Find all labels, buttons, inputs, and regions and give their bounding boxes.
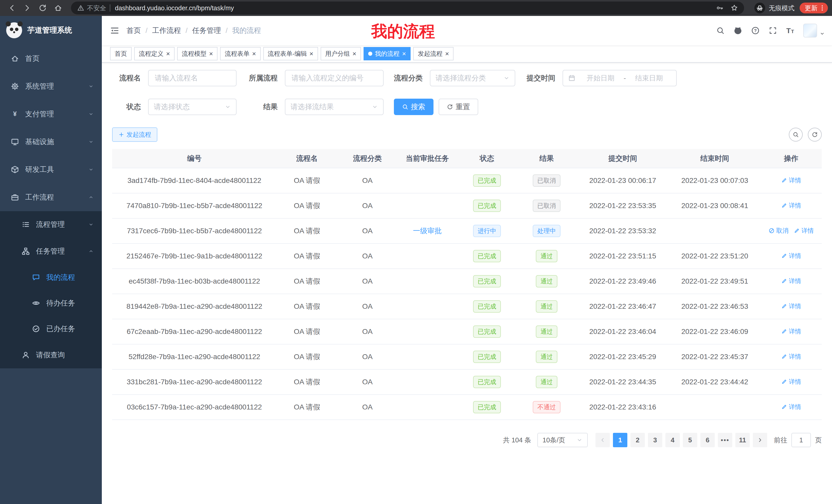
detail-button[interactable]: 详情 (781, 176, 801, 185)
page-button-5[interactable]: 5 (683, 433, 697, 447)
address-bar[interactable]: 不安全 dashboard.yudao.iocoder.cn/bpm/task/… (71, 2, 744, 15)
sidebar-item-process-manage[interactable]: 流程管理 (0, 211, 102, 238)
search-button[interactable]: 搜索 (394, 99, 434, 115)
page-button-3[interactable]: 3 (648, 433, 662, 447)
tab-0[interactable]: 首页 (110, 47, 132, 60)
github-icon[interactable] (733, 26, 743, 35)
app-logo[interactable]: 芋道管理系统 (0, 16, 102, 45)
result-select[interactable]: 请选择流结果 (285, 99, 384, 115)
header-search-icon[interactable] (716, 26, 725, 35)
detail-button[interactable]: 详情 (781, 327, 801, 335)
sidebar-item-leave-query[interactable]: 请假查询 (0, 342, 102, 368)
tab-close-icon[interactable]: × (445, 50, 449, 57)
sidebar-item-workflow[interactable]: 工作流程 (0, 184, 102, 211)
sidebar-item-system-manage[interactable]: 系统管理 (0, 73, 102, 100)
page-button-1[interactable]: 1 (613, 433, 627, 447)
sidebar-item-home[interactable]: 首页 (0, 45, 102, 73)
status-select[interactable]: 请选择状态 (148, 99, 237, 115)
action-label: 详情 (801, 227, 814, 235)
cell-process-name: OA 请假 (277, 218, 337, 244)
detail-button[interactable]: 详情 (781, 377, 801, 386)
tab-6[interactable]: 我的流程× (364, 47, 411, 60)
sidebar-item-devtools[interactable]: 研发工具 (0, 156, 102, 184)
cell-id: 7317cec6-7b9b-11ec-b5b7-acde48001122 (112, 218, 277, 244)
result-tag: 通过 (536, 376, 557, 388)
yen-icon: ¥ (11, 110, 19, 118)
tab-close-icon[interactable]: × (252, 50, 256, 57)
tab-close-icon[interactable]: × (310, 50, 313, 57)
action-label: 详情 (789, 201, 801, 209)
cell-id: ec45f38f-7b9a-11ec-b03b-acde48001122 (112, 269, 277, 294)
next-page-button[interactable] (753, 433, 767, 447)
page-button-6[interactable]: 6 (700, 433, 715, 447)
current-task-link[interactable]: 一级审批 (413, 227, 442, 235)
edit-icon (781, 177, 787, 184)
column-header: 流程名 (277, 149, 337, 168)
tab-5[interactable]: 用户分组× (321, 47, 361, 60)
sidebar-item-task-manage[interactable]: 任务管理 (0, 238, 102, 264)
cell-id: 3ad174fb-7b9d-11ec-8404-acde48001122 (112, 168, 277, 193)
update-button[interactable]: 更新 (800, 3, 828, 13)
detail-button[interactable]: 详情 (781, 277, 801, 285)
tab-close-icon[interactable]: × (166, 50, 170, 57)
hamburger-icon[interactable] (110, 26, 119, 35)
tab-7[interactable]: 发起流程× (413, 47, 453, 60)
cancel-button[interactable]: 取消 (769, 227, 788, 235)
tab-label: 我的流程 (375, 50, 399, 58)
tab-4[interactable]: 流程表单-编辑× (263, 47, 318, 60)
sidebar-item-my-process[interactable]: 我的流程 (0, 264, 102, 290)
submit-time-range-input[interactable]: 开始日期 - 结束日期 (563, 70, 677, 86)
tab-3[interactable]: 流程表单× (220, 47, 260, 60)
detail-button[interactable]: 详情 (781, 201, 801, 209)
reload-icon[interactable] (38, 4, 47, 12)
user-menu[interactable] (803, 24, 825, 37)
cell-id: 331bc281-7b9a-11ec-a290-acde48001122 (112, 369, 277, 395)
process-key-input[interactable] (285, 70, 384, 86)
breadcrumb-item[interactable]: 首页 (127, 26, 141, 35)
sidebar-item-infrastructure[interactable]: 基础设施 (0, 128, 102, 156)
pager-more-button[interactable]: ••• (718, 433, 732, 447)
cell-end-time: 2022-01-22 23:46:53 (669, 294, 760, 319)
tab-close-icon[interactable]: × (402, 50, 406, 57)
password-key-icon[interactable] (716, 4, 724, 11)
sidebar-item-done-task[interactable]: 已办任务 (0, 316, 102, 342)
browser-menu-dots-icon[interactable] (818, 4, 826, 11)
bookmark-star-icon[interactable] (731, 4, 738, 11)
browser-home-icon[interactable] (54, 4, 62, 12)
help-icon[interactable]: ? (751, 26, 759, 35)
cell-result: 通过 (517, 344, 576, 369)
action-label: 详情 (789, 403, 801, 411)
tab-2[interactable]: 流程模型× (177, 47, 217, 60)
detail-button[interactable]: 详情 (781, 302, 801, 310)
forward-icon[interactable] (23, 4, 31, 12)
breadcrumb-item[interactable]: 工作流程 (152, 26, 181, 35)
sidebar-item-payment-manage[interactable]: ¥支付管理 (0, 100, 102, 128)
cell-current-task (397, 294, 457, 319)
font-size-icon[interactable]: TT (786, 26, 795, 35)
page-size-select[interactable]: 10条/页 (537, 433, 588, 447)
toggle-search-button[interactable] (789, 128, 803, 142)
page-button-11[interactable]: 11 (735, 433, 750, 447)
svg-text:¥: ¥ (13, 110, 17, 117)
page-button-2[interactable]: 2 (630, 433, 645, 447)
detail-button[interactable]: 详情 (794, 227, 814, 235)
page-button-4[interactable]: 4 (666, 433, 680, 447)
fullscreen-icon[interactable] (769, 26, 777, 35)
category-select[interactable]: 请选择流程分类 (430, 70, 515, 86)
tab-close-icon[interactable]: × (209, 50, 213, 57)
start-date-placeholder: 开始日期 (578, 74, 623, 83)
tab-1[interactable]: 流程定义× (134, 47, 175, 60)
tab-close-icon[interactable]: × (353, 50, 356, 57)
process-name-input[interactable] (148, 70, 237, 86)
back-icon[interactable] (8, 4, 16, 12)
detail-button[interactable]: 详情 (781, 403, 801, 411)
goto-page-input[interactable] (791, 433, 811, 447)
breadcrumb-item[interactable]: 任务管理 (192, 26, 221, 35)
create-process-button[interactable]: 发起流程 (112, 128, 157, 142)
detail-button[interactable]: 详情 (781, 252, 801, 260)
refresh-table-button[interactable] (808, 128, 822, 142)
prev-page-button[interactable] (595, 433, 610, 447)
sidebar-item-todo-task[interactable]: 待办任务 (0, 290, 102, 316)
detail-button[interactable]: 详情 (781, 353, 801, 361)
reset-button[interactable]: 重置 (439, 99, 478, 115)
